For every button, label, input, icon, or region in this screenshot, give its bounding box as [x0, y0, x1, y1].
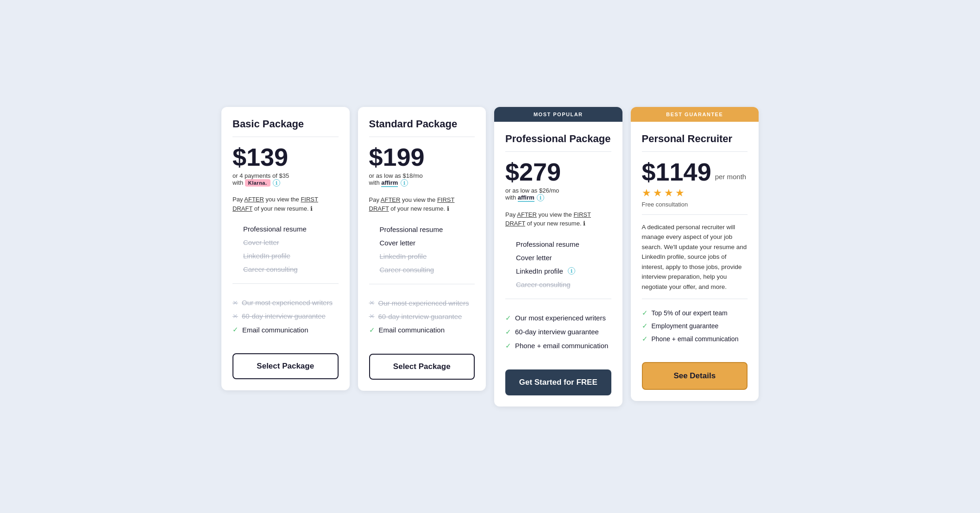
feature-item: Career consulting	[505, 278, 611, 291]
info-icon[interactable]: ℹ	[401, 179, 408, 187]
get-started-button[interactable]: Get Started for FREE	[505, 369, 611, 395]
extras-list-standard: ✕Our most experienced writers✕60-day int…	[369, 296, 475, 337]
extra-item: ✕60-day interview guarantee	[369, 310, 475, 323]
feature-text: Cover letter	[243, 238, 279, 246]
feature-text: Professional resume	[380, 225, 443, 233]
card-recruiter: BEST GUARANTEEPersonal Recruiter $1149 p…	[631, 107, 759, 401]
extras-divider-standard	[369, 284, 475, 284]
feature-item: Professional resume	[505, 238, 611, 251]
recruiter-features-list: ✓ Top 5% of our expert team ✓ Employment…	[642, 307, 748, 345]
recruiter-feature-item: ✓ Top 5% of our expert team	[642, 307, 748, 319]
extra-text: Phone + email communication	[515, 342, 608, 350]
card-badge-recruiter: BEST GUARANTEE	[631, 107, 759, 122]
affirm-badge: affirm	[381, 179, 398, 187]
price-row-recruiter: $1149 per month	[642, 159, 748, 184]
feature-text: Professional resume	[243, 225, 307, 233]
price-row-basic: $139	[232, 144, 339, 169]
price-professional: $279	[505, 159, 561, 184]
price-recruiter: $1149	[642, 159, 711, 184]
extras-divider-basic	[232, 283, 339, 284]
check-icon: ✓	[505, 328, 511, 336]
consult-text: Free consultation	[642, 201, 748, 208]
affirm-badge: affirm	[518, 194, 534, 202]
card-footer-professional: Get Started for FREE	[494, 369, 622, 407]
divider-basic	[232, 137, 339, 137]
extra-item: ✓Phone + email communication	[505, 339, 611, 353]
x-icon: ✕	[369, 313, 375, 320]
check-icon: ✓	[369, 326, 375, 334]
features-list-professional: Professional resume Cover letter LinkedI…	[505, 238, 611, 291]
card-body-standard: Standard Package $199 or as low as $18/m…	[358, 107, 486, 354]
extra-item: ✕Our most experienced writers	[369, 296, 475, 310]
select-package-button-basic[interactable]: Select Package	[232, 353, 339, 379]
extra-item: ✕60-day interview guarantee	[232, 309, 339, 323]
extra-text: Our most experienced writers	[242, 299, 333, 307]
feature-text: Career consulting	[243, 265, 298, 273]
info-icon[interactable]: ℹ	[537, 194, 544, 201]
feature-item: Professional resume	[232, 222, 339, 236]
card-body-basic: Basic Package $139 or 4 payments of $35 …	[221, 107, 350, 354]
info-icon[interactable]: ℹ	[273, 179, 280, 187]
info-icon[interactable]: ℹ	[568, 267, 575, 275]
extra-text: 60-day interview guarantee	[378, 313, 462, 320]
star-icon: ★	[653, 187, 662, 199]
recruiter-feature-item: ✓ Employment guarantee	[642, 319, 748, 332]
feature-text: Career consulting	[380, 266, 434, 274]
check-icon: ✓	[642, 335, 648, 343]
card-footer-standard: Select Package	[358, 354, 486, 391]
feature-text: Career consulting	[516, 281, 571, 288]
check-icon: ✓	[642, 309, 648, 317]
extra-text: Our most experienced writers	[378, 299, 469, 307]
extras-divider-professional	[505, 299, 611, 299]
feature-item: Career consulting	[369, 263, 475, 276]
extra-text: Our most experienced writers	[515, 314, 606, 322]
price-standard: $199	[369, 144, 425, 169]
check-icon: ✓	[642, 322, 648, 330]
card-title-basic: Basic Package	[232, 118, 339, 130]
feature-item: Cover letter	[232, 236, 339, 249]
x-icon: ✕	[232, 299, 238, 307]
features-list-standard: Professional resume Cover letter LinkedI…	[369, 223, 475, 276]
recruiter-feature-text: Employment guarantee	[652, 322, 719, 330]
pay-note-professional: Pay AFTER you view the FIRST DRAFT of yo…	[505, 210, 611, 228]
feature-item: LinkedIn profile	[369, 250, 475, 263]
features-list-basic: Professional resume Cover letter LinkedI…	[232, 222, 339, 276]
price-row-standard: $199	[369, 144, 475, 169]
extra-text: 60-day interview guarantee	[515, 328, 599, 336]
feature-text: LinkedIn profile	[516, 267, 563, 275]
extras-list-basic: ✕Our most experienced writers✕60-day int…	[232, 296, 339, 337]
extra-text: Email communication	[242, 326, 308, 334]
card-title-professional: Professional Package	[505, 133, 611, 145]
price-row-professional: $279	[505, 159, 611, 184]
divider2-recruiter	[642, 214, 748, 215]
price-period-recruiter: per month	[715, 173, 747, 181]
payment-info-standard: or as low as $18/mo with affirm ℹ	[369, 172, 475, 187]
feature-item: Career consulting	[232, 263, 339, 276]
card-title-recruiter: Personal Recruiter	[642, 133, 748, 145]
extras-list-professional: ✓Our most experienced writers✓60-day int…	[505, 311, 611, 353]
payment-info-professional: or as low as $26/mo with affirm ℹ	[505, 187, 611, 202]
feature-item: Professional resume	[369, 223, 475, 236]
extra-text: 60-day interview guarantee	[242, 312, 326, 320]
klarna-badge: Klarna.	[245, 179, 270, 187]
price-basic: $139	[232, 144, 288, 169]
feature-text: LinkedIn profile	[243, 252, 290, 260]
select-package-button-standard[interactable]: Select Package	[369, 354, 475, 380]
feature-item: Cover letter	[369, 236, 475, 250]
extra-item: ✓Our most experienced writers	[505, 311, 611, 325]
card-footer-recruiter: See Details	[631, 362, 759, 401]
card-badge-professional: MOST POPULAR	[494, 107, 622, 122]
pay-note-standard: Pay AFTER you view the FIRST DRAFT of yo…	[369, 195, 475, 213]
divider3-recruiter	[642, 299, 748, 299]
see-details-button[interactable]: See Details	[642, 362, 748, 390]
star-icon: ★	[675, 187, 685, 199]
card-standard: Standard Package $199 or as low as $18/m…	[358, 107, 486, 391]
card-body-professional: Professional Package $279 or as low as $…	[494, 122, 622, 369]
stars-row: ★★★★	[642, 187, 748, 199]
card-body-recruiter: Personal Recruiter $1149 per month ★★★★F…	[631, 122, 759, 362]
feature-item: LinkedIn profile	[232, 249, 339, 263]
feature-text: Cover letter	[380, 239, 416, 247]
star-icon: ★	[642, 187, 651, 199]
divider-professional	[505, 151, 611, 152]
recruiter-feature-item: ✓ Phone + email communication	[642, 332, 748, 345]
